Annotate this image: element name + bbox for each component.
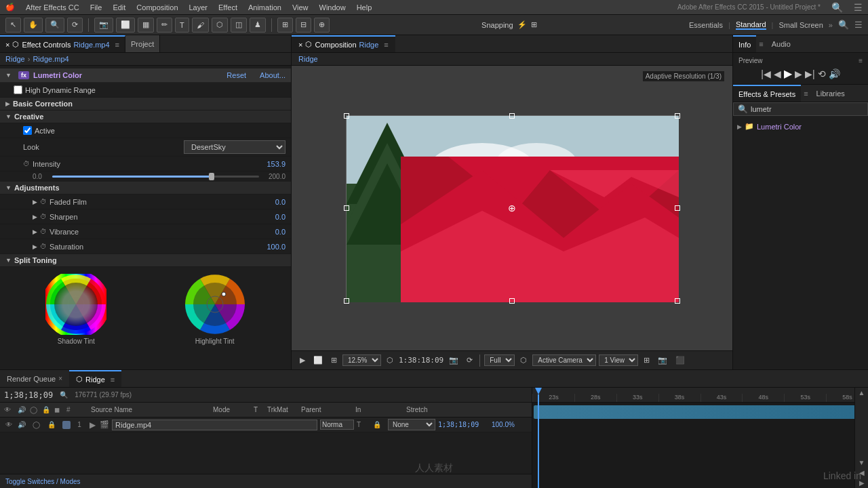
menu-window[interactable]: Window	[319, 3, 346, 12]
menu-composition[interactable]: Composition	[136, 3, 178, 12]
scroll-right[interactable]: ▶	[855, 478, 868, 488]
layer-expand[interactable]: ▶	[88, 420, 97, 430]
comp-motion-blur[interactable]: ⟳	[464, 354, 475, 366]
menu-animation[interactable]: Animation	[248, 3, 281, 12]
intensity-value[interactable]: 153.9	[267, 160, 285, 168]
select-tool[interactable]: ↖	[5, 18, 21, 33]
shape-tool[interactable]: ▦	[138, 18, 154, 33]
menu-ae[interactable]: After Effects CC	[26, 3, 79, 12]
breadcrumb-file[interactable]: Ridge.mp4	[33, 55, 68, 63]
pen-tool[interactable]: ✏	[157, 18, 172, 33]
comp-viewer[interactable]: Adaptive Resolution (1/3)	[292, 66, 732, 350]
layer-audio[interactable]: 🔊	[18, 421, 30, 428]
handle-mr[interactable]	[675, 205, 680, 211]
about-button[interactable]: About...	[260, 71, 285, 79]
split-expand[interactable]	[5, 257, 12, 264]
vibrance-expand[interactable]	[33, 228, 37, 235]
stamp-tool[interactable]: ⬡	[212, 18, 228, 33]
sharpen-value[interactable]: 0.0	[275, 213, 285, 221]
essentials-btn[interactable]: Essentials	[689, 21, 723, 29]
timeline-right[interactable]: 23s 28s 33s 38s 43s 48s 53s 58s	[532, 388, 868, 488]
rotate-tool[interactable]: ⟳	[67, 18, 83, 33]
search-icon[interactable]: 🔍	[831, 2, 843, 13]
comp-grid[interactable]: ⊞	[328, 354, 340, 366]
sharpen-stopwatch[interactable]: ⏱	[40, 213, 47, 220]
hdr-checkbox[interactable]	[14, 85, 22, 94]
scroll-down[interactable]: ▼	[855, 458, 868, 468]
camera-tool[interactable]: 📷	[94, 18, 113, 33]
align-tool[interactable]: ⊞	[277, 18, 293, 33]
layer-parent[interactable]: None	[388, 419, 435, 430]
intensity-thumb[interactable]	[209, 173, 214, 180]
zoom-select[interactable]: 12.5%	[342, 354, 381, 366]
basic-expand[interactable]	[5, 100, 10, 107]
camera-select[interactable]: Active Camera	[532, 354, 596, 366]
prev-loop[interactable]: ⟲	[818, 68, 826, 79]
prev-audio[interactable]: 🔊	[829, 68, 840, 79]
handle-tm[interactable]	[509, 113, 515, 119]
active-checkbox[interactable]	[23, 126, 32, 135]
handle-tr[interactable]	[675, 113, 680, 119]
layer-lock[interactable]: 🔒	[47, 421, 60, 428]
effect-controls-tab[interactable]: × ⬡ Effect Controls Ridge.mp4 ≡	[0, 35, 125, 52]
menu-layer[interactable]: Layer	[189, 3, 208, 12]
layer-color[interactable]	[62, 421, 71, 429]
comp-fullscreen[interactable]: ⬛	[673, 354, 688, 366]
menu-view[interactable]: View	[292, 3, 309, 12]
saturation-value[interactable]: 100.0	[267, 243, 285, 251]
text-tool[interactable]: T	[175, 18, 189, 33]
faded-expand[interactable]	[33, 199, 37, 205]
adj-expand[interactable]	[5, 184, 12, 191]
toggle-switches-label[interactable]: Toggle Switches / Modes	[5, 478, 81, 485]
layer-name[interactable]: Ridge.mp4	[112, 420, 317, 430]
tl-menu[interactable]: ≡	[111, 375, 115, 384]
comp-reset-view[interactable]: ⊞	[641, 354, 652, 366]
breadcrumb-ridge[interactable]: Ridge	[5, 55, 25, 63]
layer-t[interactable]: T	[357, 421, 370, 428]
anchor-point[interactable]: ⊕	[508, 203, 516, 214]
options-icon2[interactable]: ☰	[854, 20, 863, 30]
handle-ml[interactable]	[344, 205, 349, 211]
prev-back[interactable]: ◀	[774, 68, 781, 79]
intensity-stopwatch[interactable]: ⏱	[23, 160, 30, 167]
highlight-wheel-svg[interactable]	[184, 274, 245, 335]
handle-br[interactable]	[675, 298, 680, 304]
vibrance-value[interactable]: 0.0	[275, 228, 285, 236]
libraries-tab[interactable]: Libraries	[811, 85, 850, 102]
comp-tab-menu[interactable]: ≡	[384, 41, 388, 49]
reset-button[interactable]: Reset	[226, 71, 246, 79]
brush-tool[interactable]: 🖌	[192, 18, 209, 33]
snapping-icon2[interactable]: ⊞	[531, 20, 537, 29]
comp-snapshot[interactable]: 📷	[655, 354, 670, 366]
quality-select[interactable]: Full	[484, 354, 515, 366]
comp-toggle-alpha[interactable]: ⬜	[311, 354, 326, 366]
tl-current-time[interactable]: 1;38;18;09	[4, 390, 53, 400]
info-tab[interactable]: Info	[733, 35, 756, 52]
snapping-toggle[interactable]: ⚡	[517, 20, 527, 29]
comp-image[interactable]: ⊕	[346, 115, 678, 302]
hand-tool[interactable]: ✋	[24, 18, 43, 33]
scroll-left[interactable]: ◀	[855, 468, 868, 478]
prev-forward[interactable]: ▶	[795, 68, 802, 79]
search-icon2[interactable]: 🔍	[838, 20, 849, 30]
close-comp-tab[interactable]: ×	[298, 41, 302, 49]
menu-edit[interactable]: Edit	[113, 3, 125, 12]
layer-lock2[interactable]: 🔒	[373, 421, 385, 428]
comp-play[interactable]: ▶	[297, 354, 308, 366]
comp-region[interactable]: ⬡	[517, 354, 530, 366]
comp-tool[interactable]: ⬜	[116, 18, 135, 33]
faded-value[interactable]: 0.0	[275, 198, 285, 206]
vibrance-stopwatch[interactable]: ⏱	[40, 228, 47, 235]
tab-menu[interactable]: ≡	[115, 41, 119, 49]
close-ec-tab[interactable]: ×	[5, 41, 9, 49]
saturation-stopwatch[interactable]: ⏱	[40, 243, 47, 250]
layer-eye[interactable]: 👁	[3, 421, 15, 428]
comp-camera[interactable]: 📷	[446, 354, 461, 366]
project-tab[interactable]: Project	[125, 35, 160, 52]
small-screen-btn[interactable]: Small Screen	[778, 21, 823, 29]
breadcrumb-ridge-comp[interactable]: Ridge	[298, 55, 318, 63]
close-rq[interactable]: ×	[58, 375, 62, 382]
faded-stopwatch[interactable]: ⏱	[40, 198, 47, 205]
scroll-up[interactable]: ▲	[855, 388, 868, 398]
playhead-indicator[interactable]	[535, 388, 542, 488]
